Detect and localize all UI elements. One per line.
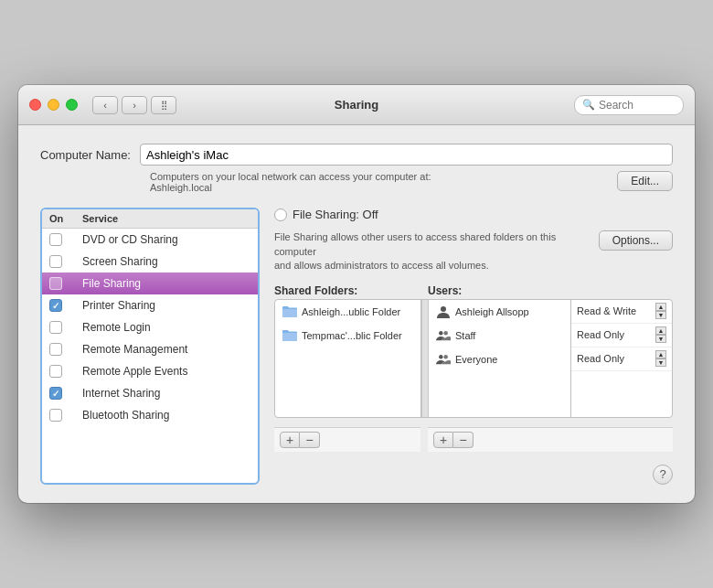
stepper-up-0[interactable]: ▲ (655, 303, 666, 311)
search-icon: 🔍 (582, 99, 595, 111)
content-area: Computer Name: Computers on your local n… (18, 125, 695, 502)
users-plus-minus: + − (428, 427, 673, 452)
svg-point-1 (439, 331, 442, 335)
minimize-button[interactable] (48, 99, 59, 111)
services-header: On Service (42, 209, 258, 229)
file-sharing-radio[interactable] (274, 208, 287, 221)
shared-folders-col: Ashleigh...ublic Folder Tempmac'...blic … (275, 300, 421, 417)
service-label-remote-login: Remote Login (82, 321, 151, 334)
service-row-bluetooth[interactable]: Bluetooth Sharing (42, 404, 258, 426)
user-name-staff: Staff (455, 330, 475, 341)
user-item-everyone[interactable]: Everyone (429, 347, 570, 371)
remove-user-button[interactable]: − (453, 432, 474, 448)
service-row-remote-login[interactable]: Remote Login (42, 316, 258, 338)
checkbox-remote-apple[interactable] (49, 365, 62, 378)
svg-point-0 (441, 306, 446, 312)
folders-users-section: Shared Folders: Users: (274, 283, 673, 418)
services-panel: On Service DVD or CD Sharing Screen Shar… (40, 208, 260, 484)
grid-button[interactable]: ⣿ (151, 96, 176, 114)
folder-icon-tempmac (282, 329, 297, 341)
user-item-staff[interactable]: Staff (429, 324, 570, 347)
checkbox-screen[interactable] (49, 255, 62, 268)
back-button[interactable]: ‹ (92, 96, 118, 114)
users-pm-bar: + − (428, 427, 673, 452)
traffic-lights (29, 99, 78, 111)
computer-name-label: Computer Name: (40, 148, 131, 162)
add-folder-button[interactable]: + (280, 432, 300, 448)
forward-button[interactable]: › (122, 96, 147, 114)
service-row-dvd[interactable]: DVD or CD Sharing (42, 229, 258, 251)
users-col: Ashleigh Allsopp Staff (429, 300, 571, 417)
checkbox-bluetooth[interactable] (49, 409, 62, 422)
service-label-remote-mgmt: Remote Management (82, 343, 187, 356)
service-label-internet: Internet Sharing (82, 387, 160, 400)
service-row-internet[interactable]: Internet Sharing (42, 382, 258, 404)
stepper-2[interactable]: ▲ ▼ (655, 350, 666, 367)
checkbox-internet[interactable] (49, 387, 62, 400)
desc-options-row: File Sharing allows other users to acces… (274, 230, 673, 273)
title-bar: ‹ › ⣿ Sharing 🔍 (18, 85, 695, 125)
checkbox-dvd[interactable] (49, 233, 62, 246)
window-title: Sharing (335, 98, 378, 112)
group-icon-staff (436, 329, 451, 342)
service-row-remote-mgmt[interactable]: Remote Management (42, 338, 258, 360)
folders-pm-bar: + − (274, 427, 420, 452)
stepper-up-2[interactable]: ▲ (655, 350, 666, 358)
folders-plus-minus: + − (274, 427, 420, 452)
group-icon-everyone (436, 353, 451, 366)
checkbox-remote-login[interactable] (49, 321, 62, 334)
file-sharing-header: File Sharing: Off (274, 208, 673, 221)
service-row-remote-apple[interactable]: Remote Apple Events (42, 360, 258, 382)
stepper-down-1[interactable]: ▼ (655, 335, 666, 343)
table-body: Ashleigh...ublic Folder Tempmac'...blic … (274, 299, 673, 418)
stepper-0[interactable]: ▲ ▼ (655, 303, 666, 319)
stepper-down-0[interactable]: ▼ (655, 311, 666, 319)
main-window: ‹ › ⣿ Sharing 🔍 Computer Name: Computers… (18, 85, 695, 502)
nav-buttons: ‹ › (92, 96, 147, 114)
user-name-ashleigh: Ashleigh Allsopp (455, 306, 529, 317)
folder-item-tempmac[interactable]: Tempmac'...blic Folder (275, 324, 420, 347)
checkbox-remote-mgmt[interactable] (49, 343, 62, 356)
checkbox-file[interactable] (49, 277, 62, 290)
stepper-1[interactable]: ▲ ▼ (655, 326, 666, 343)
svg-point-3 (439, 355, 442, 358)
remove-folder-button[interactable]: − (300, 432, 320, 448)
permission-item-2: Read Only ▲ ▼ (571, 347, 672, 371)
user-name-everyone: Everyone (455, 354, 497, 365)
service-row-file[interactable]: File Sharing (42, 273, 258, 294)
service-label-bluetooth: Bluetooth Sharing (82, 409, 169, 422)
users-header: Users: (428, 283, 673, 299)
permission-label-0: Read & Write (577, 305, 636, 316)
permission-label-1: Read Only (577, 329, 624, 340)
shared-folders-header: Shared Folders: (274, 283, 420, 299)
stepper-up-1[interactable]: ▲ (655, 326, 666, 335)
search-input[interactable] (599, 99, 672, 112)
table-headers: Shared Folders: Users: (274, 283, 673, 299)
person-icon-ashleigh (436, 305, 451, 318)
computer-name-row: Computer Name: (40, 144, 673, 166)
computer-name-input[interactable] (140, 144, 673, 166)
divider-handle[interactable] (421, 300, 429, 417)
service-label-remote-apple: Remote Apple Events (82, 365, 187, 378)
close-button[interactable] (29, 99, 41, 111)
options-button[interactable]: Options... (599, 230, 673, 251)
folder-icon-ashleigh (282, 305, 297, 317)
edit-button[interactable]: Edit... (617, 171, 673, 191)
folder-item-ashleigh[interactable]: Ashleigh...ublic Folder (275, 300, 420, 324)
folder-name-tempmac: Tempmac'...blic Folder (302, 330, 402, 341)
stepper-down-2[interactable]: ▼ (655, 358, 666, 367)
service-row-screen[interactable]: Screen Sharing (42, 251, 258, 273)
permission-item-1: Read Only ▲ ▼ (571, 324, 672, 347)
folder-name-ashleigh: Ashleigh...ublic Folder (302, 306, 400, 317)
col-on-label: On (49, 213, 82, 224)
service-label-printer: Printer Sharing (82, 299, 155, 312)
service-row-printer[interactable]: Printer Sharing (42, 294, 258, 316)
add-user-button[interactable]: + (433, 432, 453, 448)
help-button[interactable]: ? (653, 465, 673, 485)
user-item-ashleigh[interactable]: Ashleigh Allsopp (429, 300, 570, 324)
checkbox-printer[interactable] (49, 299, 62, 312)
main-section: On Service DVD or CD Sharing Screen Shar… (40, 208, 673, 484)
maximize-button[interactable] (66, 99, 78, 111)
service-label-screen: Screen Sharing (82, 255, 158, 268)
search-box[interactable]: 🔍 (574, 95, 684, 115)
